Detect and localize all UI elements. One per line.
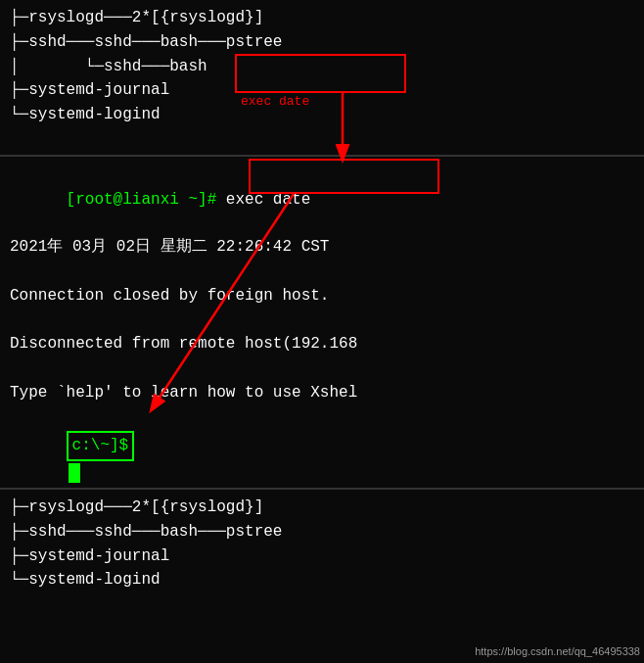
- prompt-line: [root@lianxi ~]# exec date: [10, 165, 634, 235]
- bottom-tree-text: ├─rsyslogd───2*[{rsyslogd}] ├─sshd───ssh…: [10, 496, 634, 592]
- blank-line2: [10, 308, 634, 332]
- top-tree-text: ├─rsyslogd───2*[{rsyslogd}] ├─sshd───ssh…: [10, 6, 634, 127]
- date-output: 2021年 03月 02日 星期二 22:26:42 CST: [10, 235, 634, 260]
- blank-line1: [10, 260, 634, 284]
- bottom-panel: ├─rsyslogd───2*[{rsyslogd}] ├─sshd───ssh…: [0, 490, 644, 663]
- middle-panel: [root@lianxi ~]# exec date 2021年 03月 02日…: [0, 157, 644, 490]
- blank-line3: [10, 356, 634, 381]
- command-text: exec date: [216, 191, 310, 209]
- watermark: https://blog.csdn.net/qq_46495338: [475, 643, 640, 660]
- disconnected-line: Disconnected from remote host(192.168: [10, 332, 634, 356]
- cursor: [69, 463, 80, 483]
- connection-closed: Connection closed by foreign host.: [10, 284, 634, 308]
- prompt-user: [root@lianxi ~]#: [67, 191, 217, 209]
- help-line: Type `help' to learn how to use Xshel: [10, 381, 634, 405]
- top-panel: ├─rsyslogd───2*[{rsyslogd}] ├─sshd───ssh…: [0, 0, 644, 157]
- xshell-prompt: c:\~]$: [67, 431, 135, 461]
